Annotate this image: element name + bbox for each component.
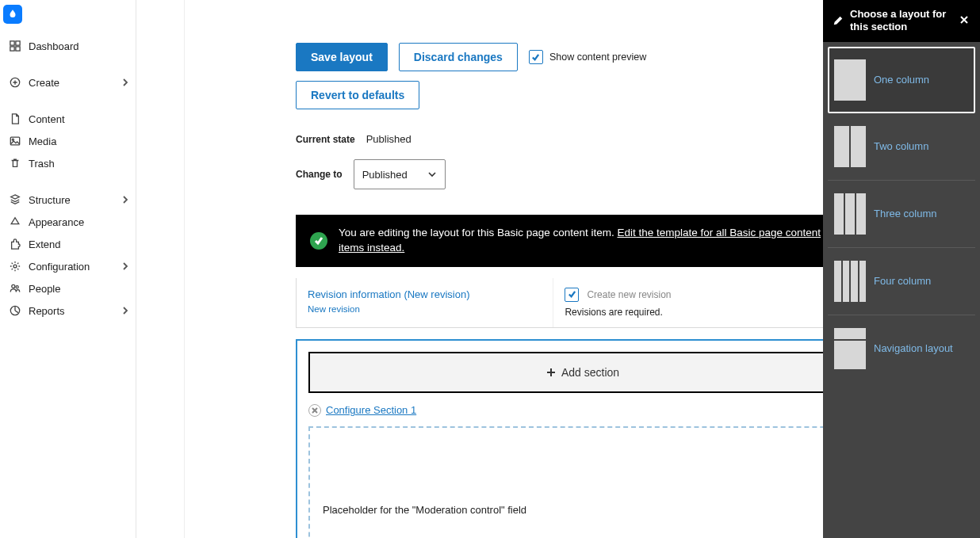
plus-circle-icon (8, 77, 22, 88)
remove-section-button[interactable] (308, 404, 321, 417)
sidebar-item-configuration[interactable]: Configuration (0, 255, 136, 277)
layout-option-three-column[interactable]: Three column (828, 181, 975, 248)
configure-section-link[interactable]: Configure Section 1 (326, 404, 416, 416)
sidebar-item-appearance[interactable]: Appearance (0, 211, 136, 233)
admin-sidebar: Dashboard Create Content Media Trash Str… (0, 0, 136, 538)
gear-icon (8, 261, 22, 272)
sidebar-item-reports[interactable]: Reports (0, 300, 136, 322)
sidebar-item-extend[interactable]: Extend (0, 233, 136, 255)
sidebar-item-label: Create (29, 77, 59, 89)
sidebar-item-label: Media (29, 135, 56, 147)
chevron-right-icon (121, 305, 129, 317)
show-preview-checkbox[interactable] (529, 50, 543, 64)
current-state-value: Published (366, 133, 412, 145)
svg-rect-5 (10, 137, 19, 145)
four-column-thumb-icon (834, 261, 866, 302)
layout-option-label: One column (874, 74, 929, 86)
sidebar-item-label: Dashboard (29, 40, 79, 52)
change-to-select[interactable]: Published (354, 159, 446, 189)
revision-info-toggle[interactable]: Revision information (New revision) (308, 288, 542, 302)
svg-point-9 (16, 286, 18, 288)
drupal-logo-icon[interactable] (3, 5, 22, 24)
sidebar-item-create[interactable]: Create (0, 71, 136, 93)
sidebar-item-media[interactable]: Media (0, 130, 136, 152)
revision-panel: Revision information (New revision) New … (296, 278, 869, 328)
sidebar-item-label: Trash (29, 158, 55, 170)
select-value: Published (362, 169, 408, 181)
layout-option-label: Three column (874, 208, 936, 219)
file-icon (8, 113, 22, 124)
discard-changes-button[interactable]: Discard changes (399, 43, 518, 71)
appearance-icon (8, 216, 22, 227)
sidebar-item-trash[interactable]: Trash (0, 152, 136, 174)
layout-option-label: Two column (874, 140, 928, 152)
save-layout-button[interactable]: Save layout (296, 43, 388, 71)
people-icon (8, 283, 22, 294)
current-state-label: Current state (296, 134, 355, 145)
check-circle-icon (310, 232, 327, 250)
layout-option-label: Navigation layout (874, 342, 953, 354)
two-column-thumb-icon (834, 126, 866, 167)
layers-icon (8, 194, 22, 205)
svg-rect-2 (10, 47, 14, 51)
svg-rect-0 (10, 41, 14, 45)
layout-picker-drawer: Choose a layout for this section One col… (823, 0, 980, 538)
sidebar-item-structure[interactable]: Structure (0, 189, 136, 211)
revert-defaults-button[interactable]: Revert to defaults (296, 81, 419, 109)
placeholder-text: Placeholder for the "Moderation control"… (323, 504, 526, 516)
section-content-region[interactable]: Placeholder for the "Moderation control"… (308, 426, 856, 538)
chevron-right-icon (121, 261, 129, 273)
chevron-right-icon (121, 194, 129, 206)
revisions-required-note: Revisions are required. (565, 307, 857, 318)
create-new-revision-label: Create new revision (587, 289, 671, 300)
sidebar-item-label: Reports (29, 305, 65, 317)
sidebar-item-people[interactable]: People (0, 277, 136, 300)
sidebar-item-content[interactable]: Content (0, 108, 136, 130)
close-drawer-button[interactable] (959, 15, 970, 26)
message-text: You are editing the layout for this Basi… (339, 227, 617, 238)
add-section-button[interactable]: Add section (308, 352, 856, 393)
change-to-label: Change to (296, 169, 343, 180)
layout-builder-region: Add section Configure Section 1 Placehol… (296, 339, 869, 538)
svg-point-6 (12, 139, 13, 140)
image-icon (8, 135, 22, 147)
pencil-icon (833, 15, 844, 26)
trash-icon (8, 158, 22, 169)
create-new-revision-checkbox[interactable] (565, 288, 579, 302)
sidebar-item-label: Configuration (29, 261, 90, 273)
sidebar-item-label: People (29, 283, 60, 295)
navigation-layout-thumb-icon (834, 328, 866, 369)
one-column-thumb-icon (834, 59, 866, 101)
status-message: You are editing the layout for this Basi… (296, 215, 869, 267)
chevron-right-icon (121, 77, 129, 89)
svg-rect-3 (16, 47, 20, 51)
sidebar-item-dashboard[interactable]: Dashboard (0, 35, 136, 57)
drawer-title: Choose a layout for this section (850, 8, 953, 34)
layout-option-one-column[interactable]: One column (828, 47, 975, 113)
layout-option-two-column[interactable]: Two column (828, 113, 975, 181)
puzzle-icon (8, 238, 22, 250)
sidebar-item-label: Structure (29, 194, 71, 206)
svg-point-8 (12, 284, 15, 288)
sidebar-item-label: Appearance (29, 216, 84, 228)
sidebar-item-label: Content (29, 113, 65, 125)
svg-point-7 (13, 265, 17, 268)
three-column-thumb-icon (834, 193, 866, 235)
layout-option-navigation[interactable]: Navigation layout (828, 315, 975, 382)
reports-icon (8, 305, 22, 316)
dashboard-icon (8, 40, 22, 52)
add-section-label: Add section (561, 366, 619, 379)
layout-option-label: Four column (874, 275, 931, 287)
show-preview-label: Show content preview (549, 52, 646, 63)
layout-option-four-column[interactable]: Four column (828, 248, 975, 315)
new-revision-link[interactable]: New revision (308, 304, 542, 314)
sidebar-item-label: Extend (29, 238, 60, 250)
svg-rect-1 (16, 41, 20, 45)
